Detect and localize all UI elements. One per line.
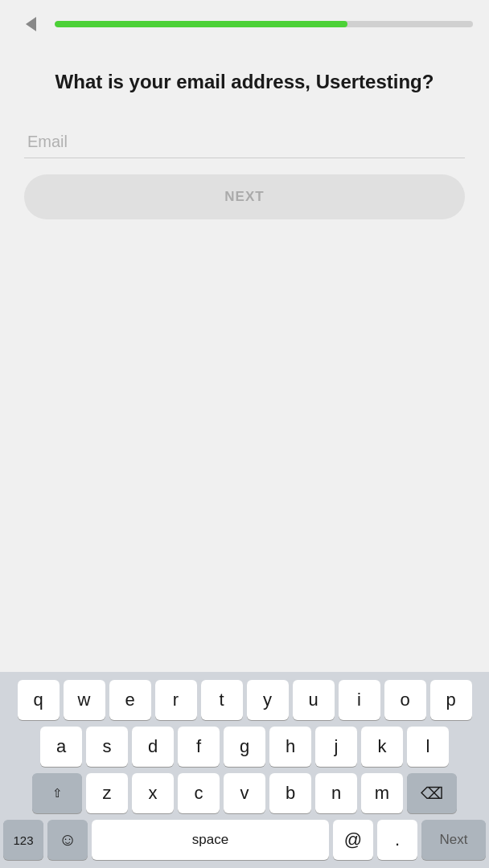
key-c[interactable]: c bbox=[178, 773, 220, 813]
page-title: What is your email address, Usertesting? bbox=[55, 69, 434, 94]
key-shift[interactable]: ⇧ bbox=[32, 773, 82, 813]
key-n[interactable]: n bbox=[315, 773, 357, 813]
next-button[interactable]: NEXT bbox=[24, 174, 465, 219]
key-period[interactable]: . bbox=[377, 820, 417, 860]
key-y[interactable]: y bbox=[247, 680, 289, 720]
keyboard-row-1: q w e r t y u i o p bbox=[3, 680, 486, 720]
key-l[interactable]: l bbox=[407, 727, 449, 767]
key-s[interactable]: s bbox=[86, 727, 128, 767]
key-b[interactable]: b bbox=[269, 773, 311, 813]
back-chevron-icon bbox=[26, 17, 36, 31]
backspace-icon: ⌫ bbox=[421, 784, 443, 803]
key-v[interactable]: v bbox=[224, 773, 265, 813]
key-w[interactable]: w bbox=[64, 680, 105, 720]
back-button[interactable] bbox=[16, 10, 45, 39]
key-x[interactable]: x bbox=[132, 773, 174, 813]
key-t[interactable]: t bbox=[201, 680, 243, 720]
key-a[interactable]: a bbox=[40, 727, 82, 767]
key-e[interactable]: e bbox=[109, 680, 151, 720]
key-i[interactable]: i bbox=[339, 680, 380, 720]
keyboard: q w e r t y u i o p a s d f g h j k l ⇧ … bbox=[0, 672, 489, 868]
key-backspace[interactable]: ⌫ bbox=[407, 773, 457, 813]
keyboard-next-button[interactable]: Next bbox=[421, 820, 486, 860]
key-z[interactable]: z bbox=[86, 773, 128, 813]
key-u[interactable]: u bbox=[293, 680, 335, 720]
key-space[interactable]: space bbox=[92, 820, 329, 860]
key-g[interactable]: g bbox=[224, 727, 265, 767]
progress-bar bbox=[55, 21, 473, 27]
header bbox=[0, 0, 489, 45]
key-at[interactable]: @ bbox=[333, 820, 373, 860]
key-m[interactable]: m bbox=[361, 773, 403, 813]
key-j[interactable]: j bbox=[315, 727, 357, 767]
key-numbers[interactable]: 123 bbox=[3, 820, 43, 860]
progress-bar-fill bbox=[55, 21, 347, 27]
key-k[interactable]: k bbox=[361, 727, 403, 767]
keyboard-bottom-row: 123 ☺ space @ . Next bbox=[3, 820, 486, 860]
key-r[interactable]: r bbox=[155, 680, 197, 720]
key-d[interactable]: d bbox=[132, 727, 174, 767]
key-q[interactable]: q bbox=[18, 680, 60, 720]
key-o[interactable]: o bbox=[384, 680, 426, 720]
key-f[interactable]: f bbox=[178, 727, 220, 767]
main-content: What is your email address, Usertesting?… bbox=[0, 45, 489, 672]
email-input-container bbox=[24, 126, 465, 158]
email-input[interactable] bbox=[24, 126, 465, 158]
key-p[interactable]: p bbox=[430, 680, 472, 720]
keyboard-row-2: a s d f g h j k l bbox=[3, 727, 486, 767]
key-emoji[interactable]: ☺ bbox=[47, 820, 88, 860]
keyboard-row-3: ⇧ z x c v b n m ⌫ bbox=[3, 773, 486, 813]
key-h[interactable]: h bbox=[269, 727, 311, 767]
